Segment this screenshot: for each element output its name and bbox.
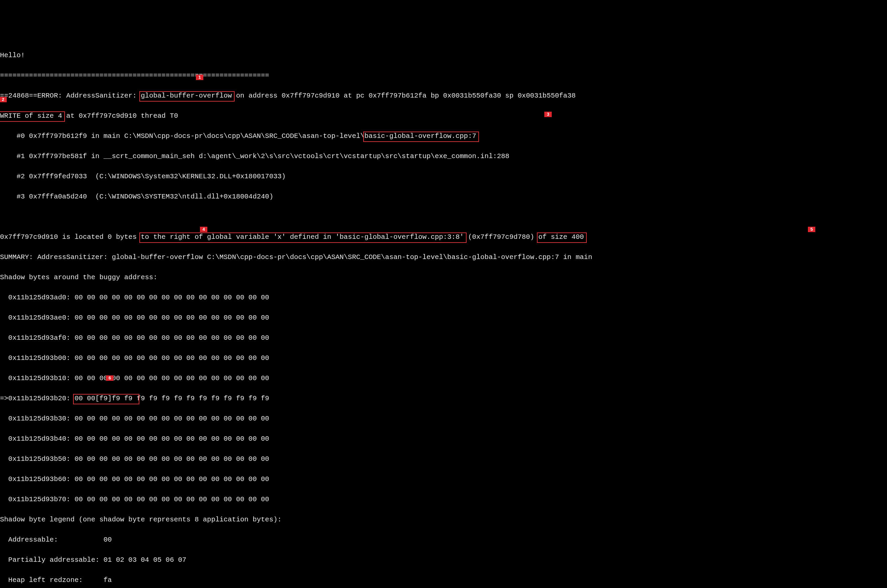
shadow-row-b20: =>0x11b125d93b20: 00 00[f9]f9 f9 f9 f9 f…: [0, 394, 887, 404]
shadow-row: 0x11b125d93b70: 00 00 00 00 00 00 00 00 …: [0, 495, 887, 505]
shadow-row: 0x11b125d93b50: 00 00 00 00 00 00 00 00 …: [0, 454, 887, 464]
summary-line: SUMMARY: AddressSanitizer: global-buffer…: [0, 252, 887, 262]
callout-5: 5: [808, 227, 815, 232]
callout-3: 3: [544, 112, 552, 117]
shadow-row-b10: 0x11b125d93b10: 00 00 00 00 00 00 00 00 …: [0, 374, 887, 384]
callout-4: 4: [200, 227, 207, 232]
shadow-row: 0x11b125d93b30: 00 00 00 00 00 00 00 00 …: [0, 414, 887, 424]
shadow-row: 0x11b125d93ad0: 00 00 00 00 00 00 00 00 …: [0, 292, 887, 303]
greeting-line: Hello!: [0, 51, 25, 59]
located-line: 0x7ff797c9d910 is located 0 bytes to the…: [0, 232, 887, 242]
shadow-row: 0x11b125d93ae0: 00 00 00 00 00 00 00 00 …: [0, 313, 887, 323]
stack-frame-0: #0 0x7ff797b612f9 in main C:\MSDN\cpp-do…: [0, 131, 887, 141]
error-line: ==24868==ERROR: AddressSanitizer: global…: [0, 91, 887, 101]
shadow-row: 0x11b125d93b40: 00 00 00 00 00 00 00 00 …: [0, 434, 887, 444]
stack-frame-1: #1 0x7ff797be581f in __scrt_common_main_…: [0, 152, 887, 162]
write-line: WRITE of size 4 at 0x7ff797c9d910 thread…: [0, 111, 887, 121]
stack-frame-2: #2 0x7fff9fed7033 (C:\WINDOWS\System32\K…: [0, 171, 887, 182]
legend-row: Heap left redzone: fa: [0, 575, 887, 585]
legend-row: Partially addressable: 01 02 03 04 05 06…: [0, 555, 887, 565]
terminal-output: Hello! =================================…: [0, 40, 887, 588]
divider-line: ========================================…: [0, 70, 887, 81]
shadow-row: 0x11b125d93b00: 00 00 00 00 00 00 00 00 …: [0, 353, 887, 363]
shadow-header: Shadow bytes around the buggy address:: [0, 273, 887, 283]
legend-header: Shadow byte legend (one shadow byte repr…: [0, 514, 887, 525]
shadow-row: 0x11b125d93af0: 00 00 00 00 00 00 00 00 …: [0, 333, 887, 343]
stack-frame-3: #3 0x7fffa0a5d240 (C:\WINDOWS\SYSTEM32\n…: [0, 192, 887, 202]
shadow-row: 0x11b125d93b60: 00 00 00 00 00 00 00 00 …: [0, 474, 887, 484]
legend-row: Addressable: 00: [0, 535, 887, 545]
